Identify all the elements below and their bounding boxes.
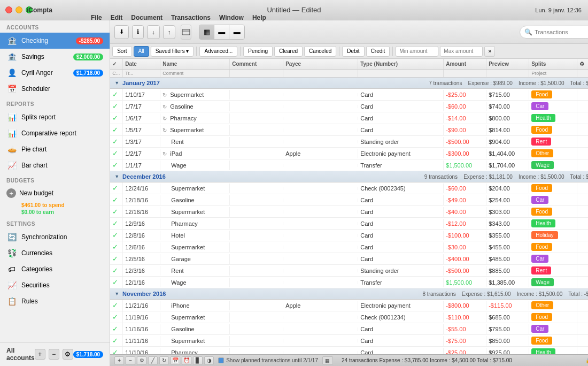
import-button[interactable]: ⬇ bbox=[114, 25, 129, 39]
tx-name: ↻ Supermarket bbox=[160, 90, 230, 100]
table-row[interactable]: ✓ 12/3/16 Rent Standing order -$500.00 $… bbox=[110, 265, 588, 277]
pending-filter-button[interactable]: Pending bbox=[243, 46, 273, 57]
refresh-icon[interactable]: ↻ bbox=[159, 356, 169, 365]
minimize-button[interactable] bbox=[16, 6, 22, 13]
sidebar-item-comparative-report[interactable]: 📊 Comparative report bbox=[0, 125, 110, 141]
group-arrow-dec[interactable]: ▼ bbox=[114, 174, 119, 179]
tx-amount: -$25.00 bbox=[444, 90, 486, 100]
savings-label: Savings bbox=[21, 53, 69, 60]
show-planned-checkbox[interactable]: Show planned transactions until 2/1/17 bbox=[218, 357, 318, 363]
sidebar-item-securities[interactable]: 📈 Securities bbox=[0, 277, 110, 293]
credit-filter-button[interactable]: Credit bbox=[366, 46, 390, 57]
table-row[interactable]: ✓ 1/1/17 Wage Transfer $1,500.00 $1,704.… bbox=[110, 159, 588, 171]
upload-button[interactable]: ↑ bbox=[163, 25, 176, 39]
table-row[interactable]: ✓ 1/6/17 ↻ Pharmacy Card -$14.00 $800.00… bbox=[110, 112, 588, 124]
sidebar-item-savings[interactable]: 🏦 Savings $2,000.00 bbox=[0, 49, 110, 65]
menu-help[interactable]: Help bbox=[252, 14, 266, 21]
table-row[interactable]: ✓ 1/7/17 ↻ Gasoline Card -$60.00 $740.00… bbox=[110, 101, 588, 112]
sidebar-item-scheduler[interactable]: 📅 Scheduler bbox=[0, 81, 110, 97]
table-row[interactable]: ✓ 12/8/16 Hotel Card -$100.00 $355.00 Ho… bbox=[110, 230, 588, 241]
view-btn-2[interactable]: ▬ bbox=[214, 25, 229, 39]
sidebar-item-checking[interactable]: 🏦 Checking -$285.00 bbox=[0, 33, 110, 49]
new-budget-button[interactable]: + New budget bbox=[0, 186, 110, 201]
debit-filter-button[interactable]: Debit bbox=[342, 46, 364, 57]
th-payee[interactable]: Payee bbox=[283, 59, 358, 69]
expand-filter-button[interactable]: » bbox=[484, 46, 495, 57]
table-row[interactable]: ✓ 1/3/17 Rent Standing order -$500.00 $9… bbox=[110, 136, 588, 148]
status-icon-small[interactable]: ▦ bbox=[322, 356, 333, 365]
menu-file[interactable]: File bbox=[91, 14, 102, 21]
svg-rect-0 bbox=[182, 29, 190, 35]
table-row[interactable]: ✓ 12/9/16 Pharmacy Card -$12.00 $343.00 … bbox=[110, 218, 588, 230]
remove-account-button[interactable]: − bbox=[49, 349, 59, 360]
group-arrow-nov[interactable]: ▼ bbox=[114, 291, 119, 296]
tx-date: 1/10/17 bbox=[123, 90, 160, 100]
th-splits[interactable]: Splits bbox=[529, 59, 577, 69]
tx-name: ↻ iPad bbox=[160, 149, 230, 158]
th-date[interactable]: Date bbox=[123, 59, 160, 69]
table-row[interactable]: ✓ 11/19/16 Supermarket Check (0001234) -… bbox=[110, 311, 588, 323]
table-row[interactable]: ✓ 1/10/17 ↻ Supermarket Card -$25.00 $71… bbox=[110, 89, 588, 101]
canceled-filter-button[interactable]: Canceled bbox=[304, 46, 336, 57]
settings-account-button[interactable]: ⚙ bbox=[63, 349, 73, 360]
menu-document[interactable]: Document bbox=[131, 14, 163, 21]
th-name[interactable]: Name bbox=[160, 59, 230, 69]
advanced-filter-button[interactable]: Advanced... bbox=[199, 46, 237, 57]
line-chart-icon[interactable]: ╱ bbox=[148, 356, 158, 365]
table-row[interactable]: ✓ 12/1/16 Wage Transfer $1,500.00 $1,385… bbox=[110, 277, 588, 288]
th-amount[interactable]: Amount bbox=[444, 59, 486, 69]
sidebar-item-bar-chart[interactable]: 📈 Bar chart bbox=[0, 157, 110, 173]
pie-icon[interactable]: ◑ bbox=[204, 356, 214, 365]
sidebar-item-synchronization[interactable]: 🔄 Synchronization bbox=[0, 229, 110, 245]
table-row[interactable]: ✓ 11/21/16 iPhone Apple Electronic payme… bbox=[110, 300, 588, 311]
th-comment[interactable]: Comment bbox=[230, 59, 283, 69]
sidebar-item-currencies[interactable]: 💱 Currencies bbox=[0, 245, 110, 261]
clock-icon[interactable]: ⏰ bbox=[182, 356, 191, 365]
group-nov-2016: ▼ November 2016 8 transactions Expense :… bbox=[110, 288, 588, 300]
lock-button[interactable]: 🔒 Lock bbox=[585, 357, 588, 363]
saved-filters-button[interactable]: Saved filters ▾ bbox=[151, 46, 194, 57]
add-account-button[interactable]: + bbox=[35, 349, 45, 360]
close-button[interactable] bbox=[5, 6, 12, 13]
sidebar-item-splits-report[interactable]: 📊 Splits report bbox=[0, 109, 110, 125]
table-row[interactable]: ✓ 1/2/17 ↻ iPad Apple Electronic payment… bbox=[110, 148, 588, 159]
calendar-icon[interactable]: 📅 bbox=[171, 356, 180, 365]
table-row[interactable]: ✓ 11/10/16 Pharmacy Card -$25.00 $925.00… bbox=[110, 347, 588, 354]
cleared-filter-button[interactable]: Cleared bbox=[274, 46, 303, 57]
tx-extra1 bbox=[577, 105, 588, 108]
view-btn-1[interactable]: ▦ bbox=[199, 25, 214, 39]
table-row[interactable]: ✓ 12/16/16 Supermarket Card -$40.00 $303… bbox=[110, 206, 588, 218]
sidebar-item-rules[interactable]: 📋 Rules bbox=[0, 293, 110, 309]
add-transaction-button[interactable]: + bbox=[114, 356, 124, 365]
table-row[interactable]: ✓ 12/5/16 Garage Card -$400.00 $485.00 C… bbox=[110, 253, 588, 265]
sidebar-item-cyril[interactable]: 👤 Cyril Anger $1,718.00 bbox=[0, 65, 110, 81]
table-row[interactable]: ✓ 1/5/17 ↻ Supermarket Card -$90.00 $814… bbox=[110, 124, 588, 136]
tx-comment bbox=[230, 164, 283, 167]
sidebar-item-pie-chart[interactable]: 🥧 Pie chart bbox=[0, 141, 110, 157]
tx-comment bbox=[230, 269, 283, 272]
all-filter-button[interactable]: All bbox=[134, 46, 149, 57]
table-row[interactable]: ✓ 12/18/16 Gasoline Card -$49.00 $254.00… bbox=[110, 194, 588, 206]
th-preview[interactable]: Preview bbox=[486, 59, 529, 69]
table-row[interactable]: ✓ 11/16/16 Gasoline Card -$55.00 $795.00… bbox=[110, 323, 588, 335]
info-button[interactable]: ℹ bbox=[132, 25, 144, 39]
menu-edit[interactable]: Edit bbox=[111, 14, 123, 21]
min-amount-input[interactable] bbox=[396, 46, 438, 57]
th-type[interactable]: Type (Number) bbox=[358, 59, 444, 69]
th-check[interactable]: ✓ bbox=[110, 59, 123, 69]
table-row[interactable]: ✓ 11/11/16 Supermarket Card -$75.00 $850… bbox=[110, 335, 588, 347]
table-row[interactable]: ✓ 12/24/16 Supermarket Check (0002345) -… bbox=[110, 182, 588, 194]
max-amount-input[interactable] bbox=[440, 46, 483, 57]
group-arrow-jan[interactable]: ▼ bbox=[114, 80, 119, 86]
menu-transactions[interactable]: Transactions bbox=[171, 14, 211, 21]
bar-icon[interactable]: ▊ bbox=[193, 356, 203, 365]
sort-button[interactable]: Sort bbox=[112, 46, 131, 57]
edit-transaction-button[interactable]: ⚙ bbox=[137, 356, 146, 365]
menu-window[interactable]: Window bbox=[219, 14, 244, 21]
view-btn-3[interactable]: ▬ bbox=[229, 25, 244, 39]
remove-transaction-button[interactable]: − bbox=[126, 356, 135, 365]
sidebar-item-categories[interactable]: 🏷 Categories bbox=[0, 261, 110, 277]
download-button[interactable]: ↓ bbox=[147, 25, 160, 39]
table-row[interactable]: ✓ 12/6/16 Supermarket Card -$30.00 $455.… bbox=[110, 241, 588, 253]
search-input[interactable] bbox=[535, 29, 588, 35]
